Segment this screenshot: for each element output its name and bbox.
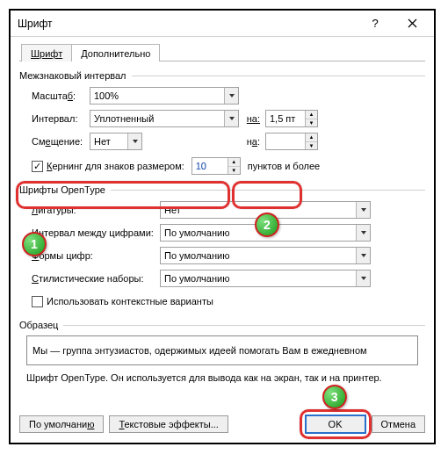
chevron-down-icon: [127, 133, 141, 149]
button-bar: По умолчанию Текстовые эффекты... OK 3 О…: [11, 409, 434, 443]
cancel-button[interactable]: Отмена: [372, 415, 425, 433]
chevron-down-icon: [356, 270, 370, 286]
spacing-by-spin[interactable]: 1,5 пт ▲▼: [265, 110, 318, 127]
tab-advanced[interactable]: Дополнительно: [71, 44, 160, 61]
close-icon: [408, 18, 417, 28]
ok-button[interactable]: OK: [305, 415, 366, 434]
kerning-spin[interactable]: 10 ▲▼: [191, 157, 241, 175]
contextual-checkbox[interactable]: [32, 296, 43, 307]
kerning-label: Кернинг для знаков размером:: [47, 161, 184, 171]
spinner-arrows-icon: ▲▼: [228, 158, 240, 174]
position-combo[interactable]: Нет: [90, 133, 142, 150]
close-button[interactable]: [394, 11, 430, 36]
sample-box: Мы — группа энтузиастов, одержимых идеей…: [26, 335, 418, 365]
spacing-label: Интервал:: [19, 113, 90, 124]
annotation-marker-3: 3: [322, 385, 347, 409]
annotation-marker-2: 2: [255, 213, 279, 237]
default-button[interactable]: По умолчанию: [19, 415, 104, 433]
help-button[interactable]: ?: [357, 11, 394, 36]
chevron-down-icon: [224, 88, 238, 104]
numforms-combo[interactable]: По умолчанию: [160, 247, 371, 264]
spinner-arrows-icon: ▲▼: [305, 111, 317, 126]
stylistic-label: Стилистические наборы:: [19, 273, 160, 284]
window-title: Шрифт: [18, 18, 357, 30]
chevron-down-icon: [224, 111, 238, 126]
position-label: Смещение:: [19, 136, 90, 147]
chevron-down-icon: [356, 202, 370, 218]
ligatures-label: Лигатуры:: [19, 205, 160, 215]
tab-font[interactable]: Шрифт: [21, 44, 72, 61]
position-by-spin[interactable]: ▲▼: [265, 133, 318, 150]
chevron-down-icon: [356, 248, 370, 263]
kerning-checkbox[interactable]: ✓: [32, 161, 43, 172]
stylistic-combo[interactable]: По умолчанию: [160, 270, 371, 287]
spinner-arrows-icon: ▲▼: [305, 133, 317, 149]
titlebar: Шрифт ?: [11, 11, 434, 37]
spacing-by-label: на:: [239, 113, 265, 124]
font-note: Шрифт OpenType. Он используется для выво…: [26, 372, 418, 383]
spacing-combo[interactable]: Уплотненный: [90, 110, 239, 127]
scale-label: Масштаб:: [19, 90, 90, 101]
tabstrip: Шрифт Дополнительно: [21, 44, 425, 61]
contextual-label: Использовать контекстные варианты: [47, 296, 213, 307]
position-by-label: на:: [142, 136, 265, 147]
annotation-marker-1: 1: [22, 232, 47, 256]
text-effects-button[interactable]: Текстовые эффекты...: [109, 415, 228, 433]
kerning-suffix: пунктов и более: [248, 161, 320, 171]
group-opentype: Шрифты OpenType: [19, 184, 425, 195]
group-sample: Образец: [19, 320, 425, 330]
scale-combo[interactable]: 100%: [90, 87, 239, 105]
chevron-down-icon: [356, 225, 370, 241]
group-char-spacing: Межзнаковый интервал: [19, 70, 425, 81]
